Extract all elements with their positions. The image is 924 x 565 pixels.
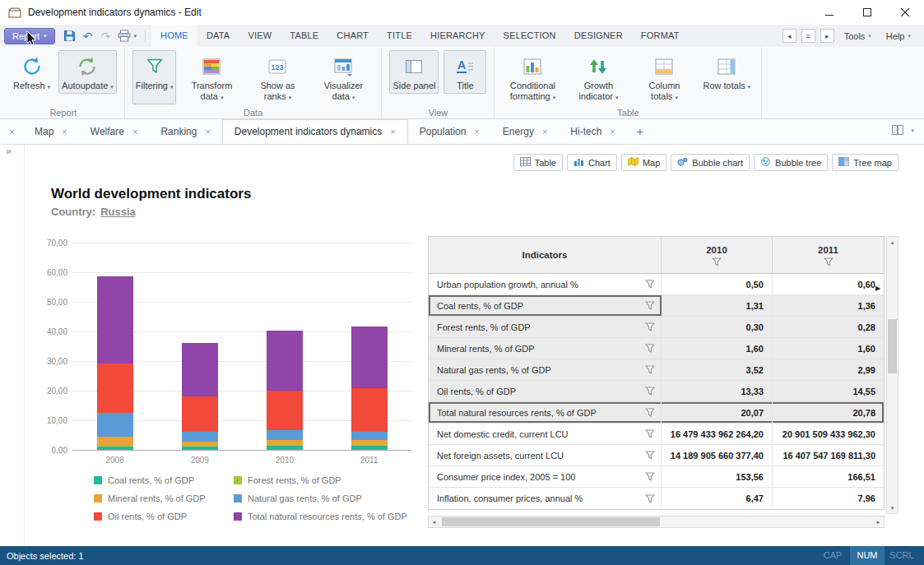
filter-funnel-icon[interactable] [645,451,655,460]
report-menu-button[interactable]: Report ▾ [4,28,55,44]
filter-funnel-icon[interactable] [645,365,655,374]
window-split-icon[interactable] [892,123,903,138]
sheet-tab-welfare[interactable]: Welfare× [79,119,150,144]
indicator-cell[interactable]: Urban population growth, annual % [429,274,662,294]
indicator-cell[interactable]: Consumer price index, 2005 = 100 [429,466,662,487]
view-switch-bubble-chart[interactable]: Bubble chart [671,154,750,171]
table-row[interactable]: Mineral rents, % of GDP1,601,60 [429,338,884,359]
ribbon-button-visualizer-data[interactable]: Visualizer data▾ [313,50,374,104]
ribbon-tab-chart[interactable]: CHART [327,25,378,47]
filter-funnel-icon[interactable] [645,429,655,438]
scroll-right-arrow-icon[interactable]: ► [873,516,884,527]
add-tab-button[interactable]: + [627,119,653,144]
view-switch-map[interactable]: Map [621,154,666,171]
save-button[interactable] [62,28,78,44]
ribbon-tab-data[interactable]: DATA [197,25,239,47]
view-switch-bubble-tree[interactable]: Bubble tree [754,154,828,171]
filter-funnel-icon[interactable] [712,257,722,268]
sheet-tab-development-indicators-dynamics[interactable]: Development indicators dynamics× [222,119,408,144]
minimize-button[interactable] [810,0,848,25]
ribbon-tab-table[interactable]: TABLE [281,25,327,47]
close-icon[interactable]: × [390,127,395,137]
filter-funnel-icon[interactable] [645,408,655,417]
indicator-cell[interactable]: Forest rents, % of GDP [429,317,662,337]
sheet-tab-population[interactable]: Population× [408,119,491,144]
table-row[interactable]: Natural gas rents, % of GDP3,522,99 [429,359,884,381]
filter-funnel-icon[interactable] [645,494,655,503]
print-button[interactable] [116,28,132,44]
ribbon-button-filtering[interactable]: Filtering▾ [132,50,177,104]
indicator-cell[interactable]: Mineral rents, % of GDP [429,338,662,359]
ribbon-tab-format[interactable]: FORMAT [632,25,689,47]
ribbon-button-refresh[interactable]: Refresh▾ [10,50,53,94]
ribbon-tab-view[interactable]: VIEW [239,25,281,47]
filter-funnel-icon[interactable] [824,257,833,268]
undo-button[interactable]: ↶ [80,28,96,44]
table-row[interactable]: Total natural resources rents, % of GDP2… [429,402,884,424]
ribbon-button-conditional-formatting[interactable]: Conditional formatting▾ [502,50,563,104]
close-icon[interactable]: × [205,127,210,137]
indicator-cell[interactable]: Inflation, consumer prices, annual % [429,488,662,509]
indicator-cell[interactable]: Coal rents, % of GDP [429,295,662,316]
sheet-tab-map[interactable]: Map× [23,119,79,144]
close-icon[interactable]: × [610,127,615,137]
stacked-bar-2009[interactable] [182,343,218,450]
nav-prev-button[interactable]: ◂ [782,29,796,43]
table-row[interactable]: Net foreign assets, current LCU14 189 90… [429,445,884,466]
close-icon[interactable]: × [62,127,67,137]
filter-funnel-icon[interactable] [645,301,655,310]
table-row[interactable]: Coal rents, % of GDP1,311,36 [429,295,884,317]
scroll-up-arrow-icon[interactable]: ▲ [887,237,898,248]
stacked-bar-2008[interactable] [97,276,133,450]
ribbon-tab-hierarchy[interactable]: HIERARCHY [421,25,495,47]
table-row[interactable]: Urban population growth, annual %0,500,6… [429,274,884,295]
nav-next-button[interactable]: ▸ [820,29,834,43]
indicator-cell[interactable]: Natural gas rents, % of GDP [429,359,662,380]
ribbon-button-title[interactable]: ATitle [443,50,486,94]
column-header-indicators[interactable]: Indicators [429,237,662,273]
table-row[interactable]: Inflation, consumer prices, annual %6,47… [429,488,884,509]
chevron-down-icon[interactable]: ▾ [911,127,914,134]
ribbon-button-row-totals[interactable]: Row totals▾ [699,50,754,104]
scroll-left-arrow-icon[interactable]: ◄ [429,516,439,527]
maximize-button[interactable] [848,0,886,25]
view-switch-chart[interactable]: Chart [567,154,617,171]
view-switch-table[interactable]: Table [513,154,563,171]
ribbon-button-column-totals[interactable]: Column totals▾ [634,50,694,104]
ribbon-button-side-panel[interactable]: Side panel [389,50,439,94]
scroll-down-arrow-icon[interactable]: ▼ [887,502,898,513]
sheet-tab-ranking[interactable]: Ranking× [149,119,221,144]
stacked-bar-2011[interactable] [351,326,388,450]
indicator-cell[interactable]: Net domestic credit, current LCU [429,424,662,444]
help-menu[interactable]: Help ▾ [881,31,916,41]
collapse-chevrons-icon[interactable]: » [6,146,12,157]
filter-funnel-icon[interactable] [645,472,655,481]
indicator-cell[interactable]: Oil rents, % of GDP [429,381,662,401]
table-row[interactable]: Consumer price index, 2005 = 100153,5616… [429,466,884,488]
indicator-cell[interactable]: Total natural resources rents, % of GDP [429,402,662,423]
filter-funnel-icon[interactable] [645,387,655,396]
sheet-tab-energy[interactable]: Energy× [491,119,559,144]
table-row[interactable]: Forest rents, % of GDP0,300,28 [429,317,884,338]
ribbon-button-show-as-ranks[interactable]: 123Show as ranks▾ [247,50,308,104]
close-button[interactable] [886,0,924,25]
filter-funnel-icon[interactable] [645,280,655,289]
ribbon-tab-home[interactable]: HOME [151,25,197,47]
ribbon-button-autoupdate[interactable]: Autoupdate▾ [58,50,117,94]
close-icon[interactable]: × [132,127,137,137]
filter-funnel-icon[interactable] [645,322,655,331]
ribbon-button-transform-data[interactable]: Transform data▾ [181,50,242,104]
horizontal-scroll-thumb[interactable] [442,517,660,526]
filter-funnel-icon[interactable] [645,344,655,353]
indicator-cell[interactable]: Net foreign assets, current LCU [429,445,662,465]
sheet-tab-hi-tech[interactable]: Hi-tech× [559,119,626,144]
vertical-scroll-thumb[interactable] [888,319,897,373]
tools-menu[interactable]: Tools ▾ [839,31,876,41]
view-switch-tree-map[interactable]: Tree map [832,154,898,171]
table-horizontal-scrollbar[interactable]: ◄ ► [428,516,885,528]
ribbon-tab-title[interactable]: TITLE [378,25,421,47]
tabstrip-close-icon[interactable]: × [0,127,23,144]
ribbon-button-growth-indicator[interactable]: Growth indicator▾ [568,50,629,104]
ribbon-tab-selection[interactable]: SELECTION [495,25,565,47]
country-link[interactable]: Russia [100,206,136,218]
